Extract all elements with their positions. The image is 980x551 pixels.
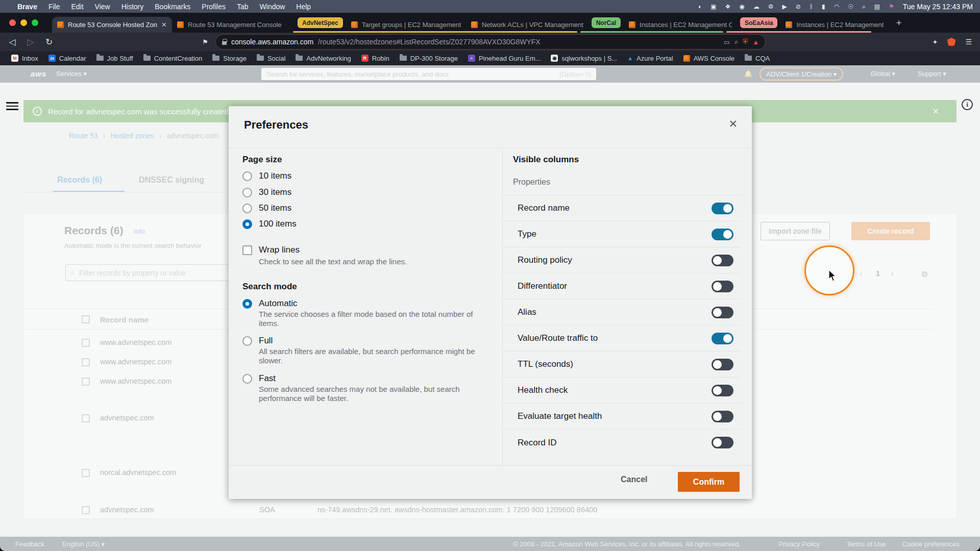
tab-route53-console[interactable]: Route 53 Management Console <box>172 17 295 33</box>
modal-close-icon[interactable]: ✕ <box>728 118 738 130</box>
bookmark-robin[interactable]: RRobin <box>356 53 395 64</box>
search-mode-full[interactable]: Full <box>242 335 273 346</box>
menu-edit[interactable]: Edit <box>71 3 83 11</box>
tab-group-advnetspec[interactable]: AdvNetSpec <box>298 17 343 28</box>
bookmark-inbox[interactable]: MInbox <box>6 53 43 64</box>
dropbox-icon[interactable]: ❖ <box>725 3 731 10</box>
tab-network-acls[interactable]: Network ACLs | VPC Management C <box>466 17 589 33</box>
menu-bookmarks[interactable]: Bookmarks <box>155 3 190 11</box>
browser-navbar: ◁ ▷ ↻ ⚑ console.aws.amazon.com /route53/… <box>0 33 980 51</box>
toggle-type[interactable] <box>712 229 733 240</box>
bookmark-azure-portal[interactable]: ▲Azure Portal <box>622 53 678 64</box>
menu-window[interactable]: Window <box>260 3 285 11</box>
menu-tab[interactable]: Tab <box>237 3 249 11</box>
toggle-value-route-traffic[interactable] <box>712 333 733 344</box>
tab-group-norcal[interactable]: NorCal <box>592 17 621 28</box>
menu-help[interactable]: Help <box>296 3 311 11</box>
menu-view[interactable]: View <box>95 3 110 11</box>
menu-brave[interactable]: Brave <box>17 3 37 11</box>
page-size-option-100[interactable]: 100 items <box>242 218 297 230</box>
wrap-lines-checkbox[interactable] <box>242 245 252 255</box>
back-button[interactable]: ◁ <box>5 33 19 51</box>
bookmark-dp300[interactable]: DP-300 Storage <box>395 53 463 64</box>
toggle-ttl[interactable] <box>712 359 733 370</box>
radio-full[interactable] <box>242 336 252 346</box>
bookmark-job-stuff[interactable]: Job Stuff <box>91 53 138 64</box>
zoom-icon[interactable]: ⌕ <box>734 38 738 46</box>
toggle-evaluate-target-health[interactable] <box>712 411 733 422</box>
tab-instances-soeaasia[interactable]: Instances | EC2 Management Cons <box>780 17 889 33</box>
help-panel-info-icon[interactable]: i <box>962 99 973 110</box>
new-tab-button[interactable]: + <box>896 17 901 29</box>
bookmark-cqa[interactable]: CQA <box>740 53 775 64</box>
page-size-option-10[interactable]: 10 items <box>242 170 291 182</box>
steam-icon[interactable]: ⚙ <box>768 3 774 10</box>
wifi-icon[interactable]: ◠ <box>834 3 839 10</box>
close-window-button[interactable] <box>9 19 16 26</box>
wrap-lines-option[interactable]: Wrap lines <box>242 244 300 256</box>
battery-icon[interactable]: ▮ <box>822 3 825 10</box>
toggle-alias[interactable] <box>712 307 733 318</box>
page-size-option-30[interactable]: 30 items <box>242 187 291 198</box>
bookmark-social[interactable]: Social <box>252 53 290 64</box>
menu-clock[interactable]: Tue May 25 12:43 PM <box>903 3 973 11</box>
confirm-button[interactable]: Confirm <box>678 472 740 492</box>
vpn-triangle-icon[interactable]: ▲ <box>752 38 759 46</box>
bookmark-contentcreation[interactable]: ContentCreation <box>138 53 208 64</box>
toggle-record-id[interactable] <box>712 437 733 448</box>
bookmark-flag-icon[interactable]: ⚑ <box>198 33 212 51</box>
radio-30-items[interactable] <box>242 188 252 197</box>
aws-favicon <box>471 21 478 28</box>
play-icon[interactable]: ▶ <box>782 3 787 10</box>
bookmark-sqlworkshops[interactable]: ◉sqlworkshops | S... <box>546 53 622 64</box>
toggle-health-check[interactable] <box>712 385 733 396</box>
page-size-option-50[interactable]: 50 items <box>242 203 291 214</box>
forward-button[interactable]: ▷ <box>23 33 38 51</box>
bookmark-storage[interactable]: Storage <box>207 53 252 64</box>
radio-fast[interactable] <box>242 374 252 384</box>
close-tab-icon[interactable]: ✕ <box>161 21 167 29</box>
brave-status-icon[interactable]: ◐ <box>698 3 702 10</box>
radio-50-items[interactable] <box>242 204 252 213</box>
toggle-routing-policy[interactable] <box>712 255 733 266</box>
bluetooth-icon[interactable]: ᛒ <box>810 3 813 10</box>
https-lock-icon[interactable] <box>222 41 227 45</box>
spotlight-icon[interactable]: ⌕ <box>862 3 866 10</box>
menu-file[interactable]: File <box>48 3 60 11</box>
onedrive-icon[interactable]: ☁ <box>753 3 760 10</box>
menu-history[interactable]: History <box>121 3 144 11</box>
menu-profiles[interactable]: Profiles <box>202 3 226 11</box>
brave-lion-icon[interactable] <box>944 33 959 51</box>
toggle-record-name[interactable] <box>712 203 733 214</box>
reader-mode-icon[interactable]: ▭ <box>724 38 730 46</box>
bookmark-advnetworking[interactable]: AdvNetworking <box>290 53 356 64</box>
bookmark-pinehead[interactable]: ≡Pinehead Guru Em... <box>463 53 546 64</box>
search-mode-fast[interactable]: Fast <box>242 373 276 384</box>
cancel-button[interactable]: Cancel <box>621 475 647 484</box>
bookmark-aws-console[interactable]: AWS Console <box>678 53 740 64</box>
minimize-window-button[interactable] <box>20 19 27 26</box>
zoom-window-button[interactable] <box>32 19 38 26</box>
search-mode-automatic[interactable]: Automatic <box>242 298 298 309</box>
tab-instances-norcal[interactable]: Instances | EC2 Management Cons <box>624 17 737 33</box>
browser-menu-icon[interactable]: ☰ <box>962 33 976 51</box>
tab-target-groups[interactable]: Target groups | EC2 Management C <box>346 17 466 33</box>
brave-shield-icon[interactable]: ⛨ <box>743 38 748 46</box>
tab-route53-hosted-zones[interactable]: Route 53 Console Hosted Zone ✕ <box>52 17 172 33</box>
pin-app-icon[interactable]: ⚑ <box>889 3 894 10</box>
radio-10-items[interactable] <box>242 171 252 181</box>
screen-record-icon[interactable]: ▣ <box>710 3 716 10</box>
creative-cloud-icon[interactable]: ◉ <box>739 3 744 10</box>
user-icon[interactable]: ☉ <box>848 3 853 10</box>
radio-100-items[interactable] <box>242 219 252 229</box>
reload-button[interactable]: ↻ <box>42 33 56 51</box>
rewards-sparkle-icon[interactable]: ✦ <box>928 33 942 51</box>
bookmark-calendar[interactable]: 24Calendar <box>43 53 91 64</box>
control-center-icon[interactable]: ▤ <box>874 3 880 10</box>
toggle-differentiator[interactable] <box>712 281 733 292</box>
tab-group-soeaasia[interactable]: SoEaAsia <box>740 17 777 28</box>
display-mirroring-icon[interactable]: ⊘ <box>796 3 801 10</box>
radio-automatic[interactable] <box>242 299 252 309</box>
side-nav-hamburger-icon[interactable] <box>6 100 18 112</box>
address-bar[interactable]: console.aws.amazon.com /route53/v2/hoste… <box>215 34 766 49</box>
